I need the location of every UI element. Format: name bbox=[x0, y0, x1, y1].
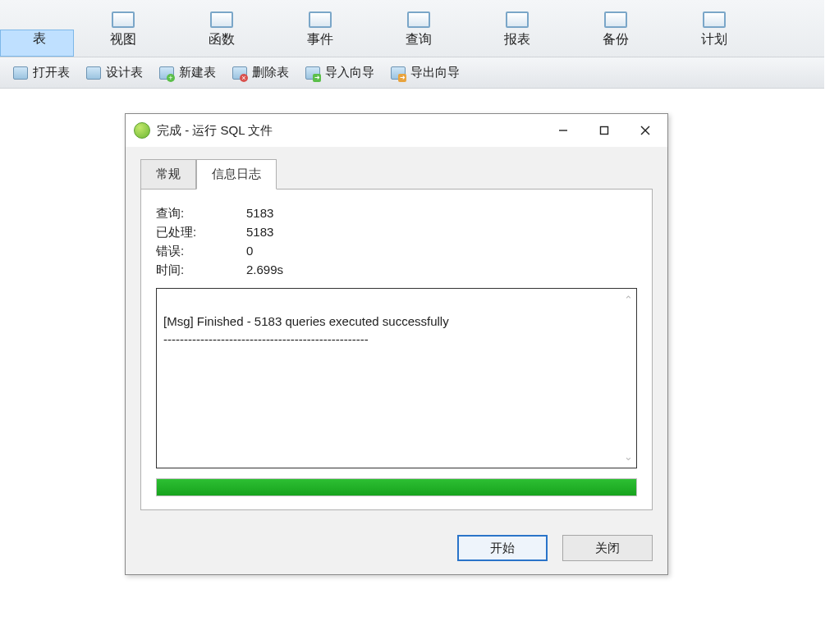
nav-function[interactable]: 函数 bbox=[172, 11, 271, 57]
log-text: [Msg] Finished - 5183 queries executed s… bbox=[163, 314, 449, 347]
nav-report-icon bbox=[506, 11, 529, 28]
nav-table-label: 表 bbox=[33, 30, 46, 48]
nav-function-icon bbox=[210, 11, 233, 28]
stats-query-value: 5183 bbox=[246, 206, 637, 222]
log-tab-panel: 查询: 5183 已处理: 5183 错误: 0 时间: 2.699s [Msg… bbox=[140, 189, 653, 510]
design-table-label: 设计表 bbox=[106, 65, 143, 80]
nav-backup-label: 备份 bbox=[603, 31, 629, 48]
nav-function-label: 函数 bbox=[209, 31, 235, 48]
scroll-down-icon[interactable]: ⌄ bbox=[624, 449, 633, 465]
import-wizard-label: 导入向导 bbox=[325, 65, 374, 80]
open-table-icon bbox=[13, 66, 28, 80]
new-table-icon bbox=[159, 66, 174, 80]
open-table-label: 打开表 bbox=[33, 65, 70, 80]
delete-table-icon bbox=[232, 66, 247, 80]
nav-table[interactable]: 表 bbox=[0, 30, 74, 57]
import-wizard-button[interactable]: 导入向导 bbox=[299, 62, 381, 84]
nav-backup-icon bbox=[604, 11, 627, 28]
nav-view[interactable]: 视图 bbox=[74, 11, 172, 57]
nav-report[interactable]: 报表 bbox=[468, 11, 566, 57]
tab-general[interactable]: 常规 bbox=[140, 159, 196, 190]
start-button[interactable]: 开始 bbox=[457, 535, 548, 561]
delete-table-label: 删除表 bbox=[252, 65, 289, 80]
nav-query-label: 查询 bbox=[406, 31, 432, 48]
nav-event-icon bbox=[309, 11, 332, 28]
tabstrip: 常规信息日志 bbox=[140, 158, 653, 189]
svg-rect-1 bbox=[601, 127, 608, 135]
nav-view-icon bbox=[112, 11, 135, 28]
progress-fill bbox=[157, 479, 636, 496]
import-wizard-icon bbox=[305, 66, 320, 80]
stats-processed-value: 5183 bbox=[246, 225, 637, 240]
nav-schedule-icon bbox=[703, 11, 726, 28]
stats-error-label: 错误: bbox=[156, 244, 246, 259]
open-table-button[interactable]: 打开表 bbox=[7, 62, 76, 84]
design-table-button[interactable]: 设计表 bbox=[80, 62, 149, 84]
nav-report-label: 报表 bbox=[504, 31, 530, 48]
nav-backup[interactable]: 备份 bbox=[566, 11, 665, 57]
stats-grid: 查询: 5183 已处理: 5183 错误: 0 时间: 2.699s bbox=[156, 206, 637, 278]
new-table-button[interactable]: 新建表 bbox=[153, 62, 222, 84]
nav-event-label: 事件 bbox=[307, 31, 333, 48]
nav-query-icon bbox=[407, 11, 430, 28]
design-table-icon bbox=[86, 66, 101, 80]
run-sql-dialog: 完成 - 运行 SQL 文件 常规信息日志 查询: 5183 已处理: 5183… bbox=[125, 113, 668, 575]
nav-query[interactable]: 查询 bbox=[369, 11, 468, 57]
dialog-body: 常规信息日志 查询: 5183 已处理: 5183 错误: 0 时间: 2.69… bbox=[126, 147, 667, 522]
main-toolbar: 表视图函数事件查询报表备份计划 bbox=[0, 0, 824, 57]
stats-error-value: 0 bbox=[246, 244, 637, 259]
stats-query-label: 查询: bbox=[156, 206, 246, 222]
nav-schedule[interactable]: 计划 bbox=[665, 11, 763, 57]
stats-time-value: 2.699s bbox=[246, 263, 637, 278]
delete-table-button[interactable]: 删除表 bbox=[226, 62, 296, 84]
close-button[interactable] bbox=[625, 116, 666, 145]
maximize-button[interactable] bbox=[584, 116, 625, 145]
dialog-footer: 开始 关闭 bbox=[126, 522, 667, 574]
close-dialog-button[interactable]: 关闭 bbox=[562, 535, 653, 561]
export-wizard-button[interactable]: 导出向导 bbox=[384, 62, 466, 84]
minimize-button[interactable] bbox=[543, 116, 584, 145]
window-buttons bbox=[543, 116, 666, 145]
nav-schedule-label: 计划 bbox=[701, 31, 727, 48]
tab-log[interactable]: 信息日志 bbox=[196, 159, 277, 190]
new-table-label: 新建表 bbox=[179, 65, 216, 80]
scroll-up-icon[interactable]: ⌃ bbox=[624, 292, 633, 308]
nav-event[interactable]: 事件 bbox=[271, 11, 369, 57]
stats-processed-label: 已处理: bbox=[156, 225, 246, 240]
export-wizard-icon bbox=[391, 66, 406, 80]
stats-time-label: 时间: bbox=[156, 263, 246, 278]
dialog-title: 完成 - 运行 SQL 文件 bbox=[157, 123, 543, 139]
table-action-toolbar: 打开表设计表新建表删除表导入向导导出向导 bbox=[0, 57, 824, 89]
navicat-icon bbox=[134, 122, 150, 139]
progress-bar bbox=[156, 478, 637, 496]
dialog-titlebar[interactable]: 完成 - 运行 SQL 文件 bbox=[126, 114, 667, 147]
nav-view-label: 视图 bbox=[110, 31, 136, 48]
log-textarea[interactable]: [Msg] Finished - 5183 queries executed s… bbox=[156, 288, 637, 468]
export-wizard-label: 导出向导 bbox=[410, 65, 460, 80]
